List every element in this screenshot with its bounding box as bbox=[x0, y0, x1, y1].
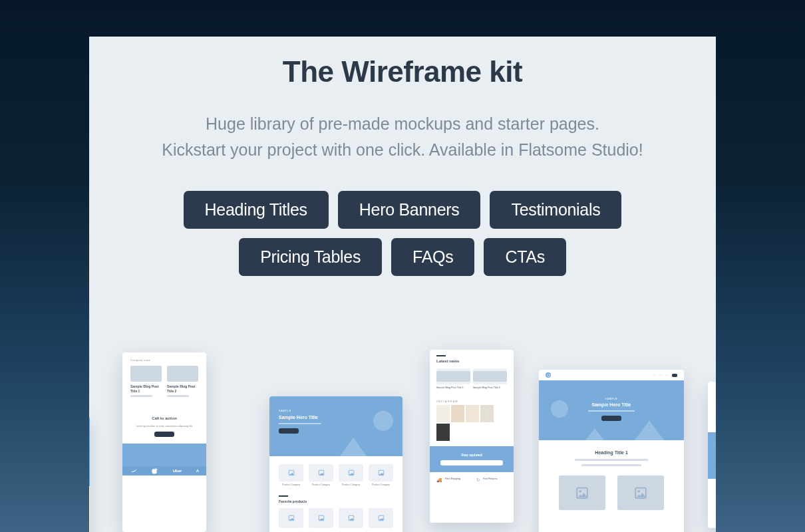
wireframe-kit-panel: The Wireframe kit Huge library of pre-ma… bbox=[89, 37, 716, 532]
latest-news-label: Latest news bbox=[436, 359, 507, 364]
mockup-card-1b[interactable]: Company news Sample Blog Post Title 1 Sa… bbox=[122, 352, 206, 532]
apple-icon bbox=[152, 467, 158, 474]
uber-icon: Uber bbox=[173, 469, 182, 473]
hero-title: Sample hero title bbox=[89, 436, 90, 442]
image-placeholder-icon bbox=[288, 515, 295, 521]
mockup-card-3b[interactable]: Who we are Lorem ipsum dolor sit amet co… bbox=[708, 382, 716, 528]
mockup-card-3a[interactable]: ··· ··· ··· SAMPLE Sample Hero Title Hea… bbox=[539, 370, 684, 532]
hero-banners-button[interactable]: Hero Banners bbox=[338, 191, 481, 229]
nav-link: ··· bbox=[659, 374, 661, 377]
heading-block: The Wireframe kit bbox=[89, 37, 716, 88]
heading-titles-button[interactable]: Heading Titles bbox=[184, 191, 329, 229]
image-placeholder-icon bbox=[288, 469, 295, 476]
faqs-button[interactable]: FAQs bbox=[391, 238, 474, 276]
subheading-line-1: Huge library of pre-made mockups and sta… bbox=[89, 111, 716, 137]
refresh-icon: ↻ bbox=[476, 477, 480, 483]
mockup-column-3: Who we are Lorem ipsum dolor sit amet co… bbox=[554, 350, 716, 532]
mockup-column-2: Latest news Sample Blog Post Title 1 Sam… bbox=[283, 350, 522, 532]
testimonials-button[interactable]: Testimonials bbox=[490, 191, 621, 229]
category-box bbox=[279, 464, 303, 481]
top-nav: ··· ··· ··· bbox=[539, 370, 684, 380]
image-placeholder-icon bbox=[617, 475, 664, 510]
nike-icon bbox=[130, 467, 138, 475]
heading-title: Heading Title 1 bbox=[550, 450, 673, 456]
post-title: Sample Blog Post Title 1 bbox=[130, 384, 162, 393]
mockups-row: Company news Sample Blog Post Title 1 Sa… bbox=[89, 339, 716, 532]
post-title: Sample Blog Post Title 2 bbox=[167, 384, 198, 393]
page-title: The Wireframe kit bbox=[89, 55, 716, 88]
category-buttons: Heading Titles Hero Banners Testimonials… bbox=[143, 191, 662, 276]
mockup-card-1a[interactable]: Sample hero title TAGLINE Grow your busi… bbox=[89, 416, 90, 532]
cta-button bbox=[154, 432, 174, 437]
instagram-thumbs bbox=[436, 405, 507, 441]
mockup-card-2b[interactable]: Latest news Sample Blog Post Title 1 Sam… bbox=[430, 350, 514, 523]
image-placeholder-icon bbox=[378, 515, 385, 521]
product-box bbox=[339, 508, 363, 528]
logo-icon bbox=[546, 372, 551, 378]
image-placeholder-icon bbox=[378, 469, 385, 476]
hero-button bbox=[601, 416, 621, 421]
image-placeholder-icon bbox=[473, 371, 507, 382]
category-box bbox=[369, 464, 393, 481]
svg-point-10 bbox=[547, 374, 550, 376]
ctas-button[interactable]: CTAs bbox=[484, 238, 565, 276]
image-placeholder-icon bbox=[348, 515, 355, 521]
image-placeholder-icon bbox=[318, 515, 325, 521]
adobe-icon: A bbox=[196, 469, 199, 473]
mockup-card-2a[interactable]: SAMPLE Sample Hero Title Product Categor… bbox=[269, 396, 402, 532]
product-box bbox=[369, 508, 393, 528]
cta-body: Lorem ipsum dolor sit amet, consectetur … bbox=[134, 425, 195, 428]
product-box bbox=[279, 508, 303, 528]
cta-title: Call to action bbox=[130, 416, 198, 422]
nav-button bbox=[672, 374, 677, 377]
category-box bbox=[339, 464, 363, 481]
hero-section: SAMPLE Sample Hero Title bbox=[539, 380, 684, 440]
image-placeholder-icon bbox=[318, 469, 325, 476]
product-box bbox=[309, 508, 333, 528]
image-placeholder-icon bbox=[436, 371, 470, 382]
brand-logos-row: Uber A bbox=[122, 466, 206, 475]
hero-button bbox=[279, 428, 299, 434]
brand-strip bbox=[708, 432, 716, 479]
image-placeholder-icon bbox=[559, 475, 605, 510]
stay-updated-strip: Stay updated bbox=[430, 446, 514, 473]
image-placeholder-icon bbox=[348, 469, 355, 476]
favorite-products-label: Favorite products bbox=[279, 499, 393, 504]
image-placeholder-icon bbox=[167, 366, 198, 382]
svg-point-14 bbox=[638, 490, 640, 492]
subheading-block: Huge library of pre-made mockups and sta… bbox=[89, 111, 716, 163]
blue-cta-strip bbox=[122, 444, 206, 466]
instagram-label: Instagram bbox=[436, 400, 507, 403]
pricing-tables-button[interactable]: Pricing Tables bbox=[239, 238, 382, 276]
mockup-column-1: Company news Sample Blog Post Title 1 Sa… bbox=[89, 350, 251, 532]
subheading-line-2: Kickstart your project with one click. A… bbox=[89, 137, 716, 163]
image-placeholder-icon bbox=[130, 366, 162, 382]
hero-section: SAMPLE Sample Hero Title bbox=[269, 396, 402, 456]
nav-link: ··· bbox=[666, 374, 668, 377]
truck-icon: 🚚 bbox=[436, 477, 442, 483]
section-label: Company news bbox=[130, 359, 198, 362]
svg-point-12 bbox=[579, 490, 581, 492]
hero-section: Sample hero title bbox=[89, 416, 90, 486]
category-box bbox=[309, 464, 333, 481]
nav-link: ··· bbox=[653, 374, 655, 377]
